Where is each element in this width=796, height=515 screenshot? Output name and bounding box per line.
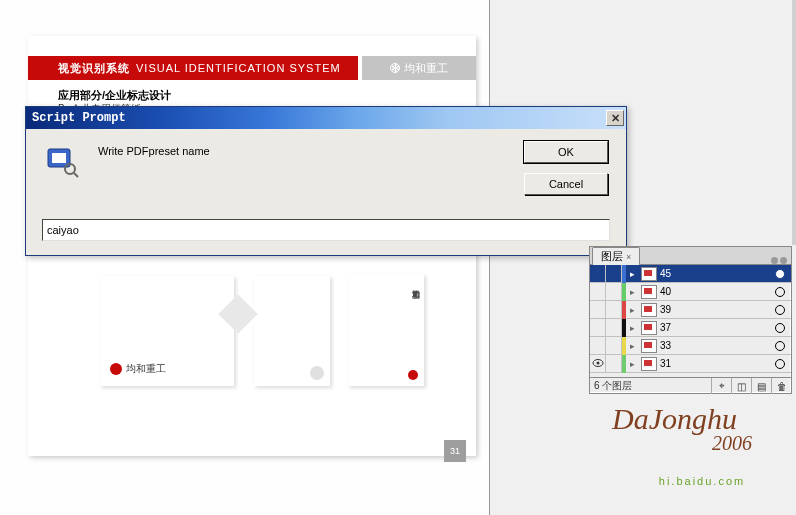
visibility-toggle[interactable] bbox=[590, 355, 606, 373]
lock-toggle[interactable] bbox=[606, 355, 622, 373]
card2-mark-icon bbox=[310, 366, 324, 380]
brand-banner: ✻ 均和重工 bbox=[362, 56, 476, 80]
layer-row[interactable]: ▸39 bbox=[590, 301, 791, 319]
tab-layers[interactable]: 图层× bbox=[592, 247, 640, 265]
lock-toggle[interactable] bbox=[606, 319, 622, 337]
expand-icon[interactable]: ▸ bbox=[626, 287, 638, 297]
layer-name[interactable]: 40 bbox=[660, 286, 775, 297]
expand-icon[interactable]: ▸ bbox=[626, 341, 638, 351]
layer-name[interactable]: 33 bbox=[660, 340, 775, 351]
visibility-toggle[interactable] bbox=[590, 265, 606, 283]
banner-cn: 视觉识别系统 bbox=[58, 61, 130, 76]
layer-name[interactable]: 37 bbox=[660, 322, 775, 333]
layer-row[interactable]: ▸37 bbox=[590, 319, 791, 337]
lock-toggle[interactable] bbox=[606, 265, 622, 283]
layer-row[interactable]: ▸31 bbox=[590, 355, 791, 373]
watermark-text: DaJonghu bbox=[612, 402, 737, 435]
visibility-toggle[interactable] bbox=[590, 319, 606, 337]
target-icon[interactable] bbox=[775, 341, 785, 351]
visibility-toggle[interactable] bbox=[590, 301, 606, 319]
new-sublayer-icon[interactable]: ◫ bbox=[731, 378, 751, 394]
locate-layer-icon[interactable]: ⌖ bbox=[711, 378, 731, 394]
panel-footer: 6 个图层 ⌖ ◫ ▤ 🗑 bbox=[590, 377, 791, 394]
target-icon[interactable] bbox=[775, 359, 785, 369]
card3-logo-icon bbox=[408, 370, 418, 380]
expand-icon[interactable]: ▸ bbox=[626, 305, 638, 315]
watermark-year: 2006 bbox=[712, 432, 752, 454]
stationery-card-3: 均和重工 bbox=[348, 274, 424, 386]
target-icon[interactable] bbox=[775, 269, 785, 279]
visibility-toggle[interactable] bbox=[590, 337, 606, 355]
preset-name-input[interactable] bbox=[42, 219, 610, 241]
canvas-area: 视觉识别系统 VISUAL IDENTIFICATION SYSTEM ✻ 均和… bbox=[0, 0, 490, 515]
layer-row[interactable]: ▸33 bbox=[590, 337, 791, 355]
ok-button[interactable]: OK bbox=[524, 141, 608, 163]
layer-name[interactable]: 39 bbox=[660, 304, 775, 315]
target-icon[interactable] bbox=[775, 287, 785, 297]
layers-panel: 图层× ▸45▸40▸39▸37▸33▸31 6 个图层 ⌖ ◫ ▤ 🗑 bbox=[589, 246, 792, 394]
footer-text: 6 个图层 bbox=[594, 379, 632, 393]
layer-name[interactable]: 31 bbox=[660, 358, 775, 369]
script-icon bbox=[44, 143, 80, 179]
svg-line-3 bbox=[74, 173, 78, 177]
card-logo-icon bbox=[110, 363, 122, 375]
cancel-button[interactable]: Cancel bbox=[524, 173, 608, 195]
watermark: DaJonghu 2006 bbox=[612, 405, 792, 459]
panel-menu-icon[interactable] bbox=[771, 257, 787, 264]
lock-toggle[interactable] bbox=[606, 337, 622, 355]
stationery-card-1: 均和重工 bbox=[100, 276, 234, 386]
stationery-card-2 bbox=[254, 276, 330, 386]
dialog-message: Write PDFpreset name bbox=[98, 143, 210, 157]
new-layer-icon[interactable]: ▤ bbox=[751, 378, 771, 394]
svg-rect-1 bbox=[52, 153, 66, 163]
layer-thumbnail bbox=[641, 339, 657, 353]
close-icon[interactable]: ✕ bbox=[606, 110, 624, 126]
panel-tabs: 图层× bbox=[590, 247, 791, 265]
layer-thumbnail bbox=[641, 321, 657, 335]
tab-label: 图层 bbox=[601, 250, 623, 262]
dialog-title: Script Prompt bbox=[32, 111, 126, 125]
layer-thumbnail bbox=[641, 285, 657, 299]
layer-row[interactable]: ▸45 bbox=[590, 265, 791, 283]
doc-subtitle: 应用部分/企业标志设计 bbox=[58, 88, 171, 103]
expand-icon[interactable]: ▸ bbox=[626, 269, 638, 279]
brand-logo-icon: ✻ bbox=[390, 63, 400, 73]
vertical-ruler bbox=[792, 0, 796, 245]
layer-list: ▸45▸40▸39▸37▸33▸31 bbox=[590, 265, 791, 377]
tab-close-icon[interactable]: × bbox=[626, 252, 631, 262]
header-banner: 视觉识别系统 VISUAL IDENTIFICATION SYSTEM bbox=[28, 56, 358, 80]
target-icon[interactable] bbox=[775, 323, 785, 333]
banner-en: VISUAL IDENTIFICATION SYSTEM bbox=[136, 62, 341, 74]
delete-layer-icon[interactable]: 🗑 bbox=[771, 378, 791, 394]
eye-icon bbox=[592, 358, 604, 370]
layer-thumbnail bbox=[641, 303, 657, 317]
script-prompt-dialog: Script Prompt ✕ Write PDFpreset name OK … bbox=[25, 106, 627, 256]
visibility-toggle[interactable] bbox=[590, 283, 606, 301]
expand-icon[interactable]: ▸ bbox=[626, 323, 638, 333]
page-number-badge: 31 bbox=[444, 440, 466, 462]
brand-name: 均和重工 bbox=[404, 61, 448, 76]
dialog-titlebar[interactable]: Script Prompt ✕ bbox=[26, 107, 626, 129]
target-icon[interactable] bbox=[775, 305, 785, 315]
layer-thumbnail bbox=[641, 357, 657, 371]
card-brand: 均和重工 bbox=[126, 362, 166, 376]
lock-toggle[interactable] bbox=[606, 301, 622, 319]
lock-toggle[interactable] bbox=[606, 283, 622, 301]
svg-point-5 bbox=[596, 361, 599, 364]
layer-thumbnail bbox=[641, 267, 657, 281]
watermark-url: hi.baidu.com bbox=[612, 475, 792, 487]
layer-name[interactable]: 45 bbox=[660, 268, 775, 279]
layer-row[interactable]: ▸40 bbox=[590, 283, 791, 301]
expand-icon[interactable]: ▸ bbox=[626, 359, 638, 369]
